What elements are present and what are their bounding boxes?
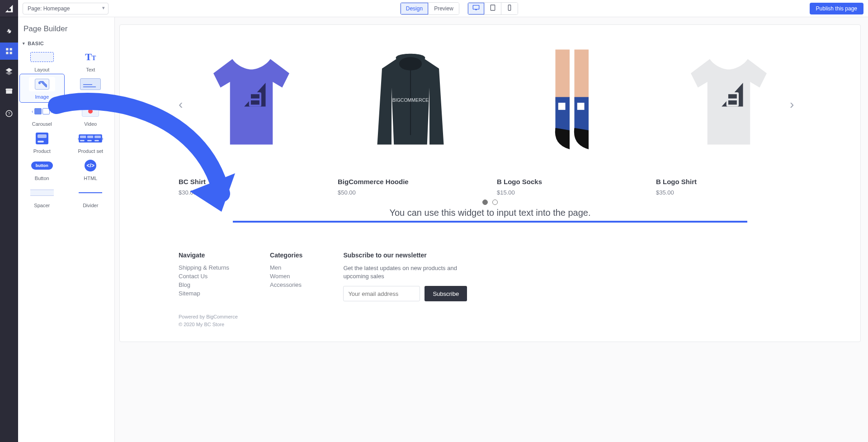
carousel-dots xyxy=(179,200,802,205)
footer: Navigate Shipping & Returns Contact Us B… xyxy=(179,252,802,301)
widgets-icon[interactable] xyxy=(0,43,18,60)
widget-label: Image xyxy=(35,94,49,100)
page-select-dropdown[interactable]: Page: Homepage xyxy=(23,3,108,14)
footer-copy: Get the latest updates on new products a… xyxy=(343,264,479,280)
footer-heading: Subscribe to our newsletter xyxy=(343,252,479,259)
svg-rect-34 xyxy=(577,103,585,110)
product-image-icon: BIGCOMMERCE xyxy=(363,48,458,156)
widget-video[interactable]: Video xyxy=(71,104,110,127)
product-card[interactable]: BC Shirt $30.00 xyxy=(179,48,324,196)
footer-heading: Navigate xyxy=(179,252,229,259)
viewport-toggle xyxy=(467,2,518,15)
carousel-dot[interactable] xyxy=(482,200,488,205)
storefront-icon[interactable] xyxy=(0,82,18,100)
footer-link[interactable]: Blog xyxy=(179,281,229,288)
mode-toggle: Design Preview xyxy=(400,2,459,15)
svg-point-5 xyxy=(7,32,9,33)
widget-label: Text xyxy=(86,67,95,72)
carousel-next[interactable]: › xyxy=(790,97,802,115)
canvas-area[interactable]: ‹ › BC Shirt $30.00 BIGCOMMERCE BigComme… xyxy=(115,17,868,442)
footer-meta: Powered by BigCommerce © 2020 My BC Stor… xyxy=(179,313,802,328)
product-name: B Logo Shirt xyxy=(656,178,697,185)
viewport-tablet[interactable] xyxy=(484,3,501,14)
viewport-desktop[interactable] xyxy=(468,3,484,14)
group-basic[interactable]: BASIC xyxy=(23,41,110,46)
svg-point-25 xyxy=(399,57,422,70)
widget-carousel[interactable]: ‹› Carousel xyxy=(23,104,61,127)
product-card[interactable]: B Logo Socks $15.00 xyxy=(497,48,642,196)
product-card[interactable]: BIGCOMMERCE BigCommerce Hoodie $50.00 xyxy=(338,48,483,196)
widget-spacer[interactable]: Spacer xyxy=(23,185,61,208)
text-icon: TT xyxy=(85,51,96,63)
canvas: ‹ › BC Shirt $30.00 BIGCOMMERCE BigComme… xyxy=(119,24,861,342)
layers-icon[interactable] xyxy=(0,62,18,80)
product-price: $30.00 xyxy=(179,189,197,196)
spacer-icon xyxy=(30,190,54,196)
footer-heading: Categories xyxy=(270,252,302,259)
svg-rect-38 xyxy=(728,100,737,105)
svg-rect-19 xyxy=(508,5,510,10)
widget-layout[interactable]: Layout xyxy=(23,50,61,72)
widget-divider[interactable]: Divider xyxy=(71,185,110,208)
svg-rect-24 xyxy=(251,100,259,105)
svg-rect-23 xyxy=(251,94,259,98)
video-icon xyxy=(82,106,99,117)
svg-rect-30 xyxy=(575,50,589,102)
widget-label: HTML xyxy=(84,176,97,181)
svg-rect-31 xyxy=(556,97,570,131)
svg-rect-13 xyxy=(6,89,13,90)
widget-label: Product set xyxy=(78,148,103,154)
svg-rect-17 xyxy=(475,10,477,10)
text-widget[interactable]: You can use this widget to input text in… xyxy=(179,208,802,218)
svg-rect-16 xyxy=(473,5,479,10)
layout-icon xyxy=(30,52,54,62)
svg-point-4 xyxy=(9,29,11,31)
subscribe-button[interactable]: Subscribe xyxy=(425,286,467,301)
svg-rect-29 xyxy=(556,50,570,102)
widget-html[interactable]: </> HTML xyxy=(71,158,110,181)
meta-line: Powered by BigCommerce xyxy=(179,313,802,321)
svg-rect-12 xyxy=(6,90,12,94)
theme-icon[interactable] xyxy=(0,23,18,40)
svg-rect-1 xyxy=(8,9,11,11)
carousel-icon: ‹› xyxy=(32,108,52,114)
widget-hero[interactable]: Hero Banner xyxy=(71,77,110,100)
product-price: $50.00 xyxy=(338,189,356,196)
publish-button[interactable]: Publish this page xyxy=(810,3,863,14)
widget-label: Video xyxy=(84,121,97,127)
page-select[interactable]: Page: Homepage xyxy=(23,3,108,14)
carousel-prev[interactable]: ‹ xyxy=(179,97,190,115)
footer-link[interactable]: Shipping & Returns xyxy=(179,264,229,271)
meta-line: © 2020 My BC Store xyxy=(179,321,802,328)
svg-point-3 xyxy=(7,29,8,31)
widget-text[interactable]: TT Text xyxy=(71,50,110,72)
widget-product-set[interactable]: Product set xyxy=(71,131,110,154)
newsletter-email-field[interactable] xyxy=(343,286,420,301)
widget-image[interactable]: Image xyxy=(20,74,64,102)
svg-rect-7 xyxy=(10,48,12,50)
help-icon[interactable]: ? xyxy=(0,105,18,122)
widget-button[interactable]: button Button xyxy=(23,158,61,181)
widget-label: Button xyxy=(35,176,49,181)
widget-product[interactable]: Product xyxy=(23,131,61,154)
widget-label: Carousel xyxy=(32,121,52,127)
svg-rect-6 xyxy=(6,48,8,50)
product-card[interactable]: B Logo Shirt $35.00 xyxy=(656,48,802,196)
footer-link[interactable]: Sitemap xyxy=(179,290,229,297)
carousel-dot[interactable] xyxy=(492,200,498,205)
product-price: $15.00 xyxy=(497,189,515,196)
design-tab[interactable]: Design xyxy=(401,3,428,14)
product-image-icon xyxy=(204,48,299,156)
footer-link[interactable]: Men xyxy=(270,264,302,271)
divider-icon xyxy=(79,192,102,193)
svg-rect-32 xyxy=(575,97,589,131)
product-image-icon xyxy=(522,48,617,156)
footer-link[interactable]: Contact Us xyxy=(179,273,229,280)
hero-icon xyxy=(80,78,101,90)
widget-label: Product xyxy=(33,148,51,154)
svg-rect-18 xyxy=(491,5,495,10)
viewport-mobile[interactable] xyxy=(501,3,518,14)
footer-link[interactable]: Women xyxy=(270,273,302,280)
footer-link[interactable]: Accessories xyxy=(270,281,302,288)
preview-tab[interactable]: Preview xyxy=(428,3,459,14)
